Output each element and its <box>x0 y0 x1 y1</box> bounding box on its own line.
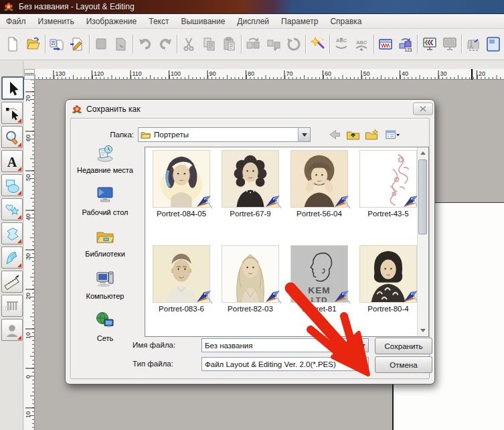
place-label: Библиотеки <box>85 250 125 259</box>
scroll-up-icon[interactable] <box>418 148 428 158</box>
redo-icon <box>156 33 175 55</box>
write-machine-icon <box>464 33 483 55</box>
new-folder-icon[interactable] <box>363 127 380 142</box>
tool-stitch-attributes-icon[interactable] <box>1 295 23 317</box>
toolbar-separator <box>417 35 418 54</box>
svg-text:30: 30 <box>440 70 447 77</box>
file-item[interactable]: Portret-67-9 <box>218 150 282 218</box>
file-thumbnail[interactable] <box>153 245 210 303</box>
stitch-view-icon[interactable] <box>376 33 395 55</box>
dialog-flower-icon <box>72 104 82 114</box>
file-name: Portret-084-05 <box>149 210 214 218</box>
tool-select-icon[interactable] <box>1 76 24 100</box>
file-item[interactable]: Portret-80-4 <box>356 245 420 313</box>
place-recent-places[interactable]: Недавние места <box>77 143 133 175</box>
file-thumbnail[interactable] <box>359 150 417 208</box>
file-thumbnail[interactable] <box>153 150 210 208</box>
text-arc-up-icon: ABC <box>352 33 371 55</box>
toolbar-separator <box>45 35 46 54</box>
file-list[interactable]: Portret-084-05Portret-67-9Portret-56-04P… <box>145 147 429 337</box>
toolbar-separator <box>177 35 177 54</box>
tool-star-shapes-icon[interactable] <box>1 198 23 220</box>
memory-card-icon[interactable] <box>485 33 503 55</box>
file-item[interactable]: Portret-083-6 <box>149 245 214 313</box>
design-wizard-icon[interactable] <box>68 33 86 55</box>
place-computer[interactable]: Компьютер <box>86 269 124 301</box>
place-desktop[interactable]: Рабочий стол <box>82 185 128 217</box>
svg-text:80: 80 <box>248 70 254 77</box>
tool-manual-punch-icon[interactable] <box>1 246 23 269</box>
computer-icon <box>95 269 115 290</box>
svg-text:KEM: KEM <box>308 285 330 295</box>
file-item[interactable]: Portret-43-5 <box>356 150 420 218</box>
menu-файл[interactable]: Файл <box>0 15 32 27</box>
close-icon[interactable] <box>413 102 433 115</box>
toolbar-separator <box>133 35 133 54</box>
file-item[interactable]: Portret-82-03 <box>218 245 282 313</box>
recent-places-icon <box>95 143 115 164</box>
folder-combo[interactable]: Портреты <box>138 127 311 142</box>
svg-text:20: 20 <box>25 293 31 299</box>
cancel-button[interactable]: Отмена <box>375 356 432 373</box>
realistic-view-icon[interactable] <box>420 33 438 55</box>
chevron-down-icon[interactable] <box>298 128 310 141</box>
file-thumbnail[interactable] <box>222 245 279 303</box>
file-item[interactable]: Portret-084-05 <box>149 150 214 218</box>
place-libraries[interactable]: Библиотеки <box>85 226 125 259</box>
place-label: Рабочий стол <box>82 208 128 217</box>
menu-дисплей[interactable]: Дисплей <box>231 15 275 27</box>
image-wizard-icon[interactable] <box>308 33 327 55</box>
dialog-title-bar[interactable]: Сохранить как <box>66 100 434 118</box>
refresh-icon <box>284 33 303 55</box>
menu-изменить[interactable]: Изменить <box>32 15 80 27</box>
filetype-combo[interactable]: Файл Layout & Editing Ver. 2.0(*.PES) <box>201 357 369 371</box>
scrollbar-thumb[interactable] <box>418 159 427 234</box>
toolbar-separator <box>373 35 374 54</box>
file-item[interactable]: Portret-56-04 <box>287 150 351 218</box>
chevron-down-icon[interactable] <box>356 358 368 370</box>
menu-изображение[interactable]: Изображение <box>80 15 143 27</box>
menu-вышивание[interactable]: Вышивание <box>175 15 231 27</box>
tool-outline-shape-icon[interactable] <box>1 222 23 244</box>
up-folder-icon[interactable] <box>344 127 361 142</box>
file-thumbnail[interactable] <box>290 150 348 208</box>
filename-combo[interactable]: Без названия <box>201 338 369 352</box>
tool-measure-icon[interactable] <box>1 271 23 293</box>
svg-text:130: 130 <box>56 70 66 77</box>
tool-basic-shapes-icon[interactable] <box>1 174 23 196</box>
svg-text:0: 0 <box>25 375 31 378</box>
file-thumbnail[interactable] <box>222 150 279 208</box>
import-design-icon[interactable] <box>48 33 66 55</box>
filetype-label: Тип файла: <box>133 360 173 368</box>
menu-bar: ФайлИзменитьИзображениеТекстВышиваниеДис… <box>0 14 504 29</box>
filename-value[interactable]: Без названия <box>202 342 356 350</box>
tool-text-icon[interactable]: A <box>1 150 23 172</box>
svg-text:70: 70 <box>25 95 31 102</box>
place-network[interactable]: Сеть <box>95 311 115 343</box>
new-document-icon[interactable] <box>3 33 22 55</box>
open-file-icon[interactable] <box>23 33 42 55</box>
menu-справка[interactable]: Справка <box>324 15 367 27</box>
file-list-scrollbar[interactable] <box>417 147 428 336</box>
scroll-down-icon[interactable] <box>418 326 428 336</box>
tool-palette: A <box>0 61 23 430</box>
toolbar-separator <box>241 35 242 54</box>
chevron-down-icon[interactable] <box>356 339 368 352</box>
filetype-value[interactable]: Файл Layout & Editing Ver. 2.0(*.PES) <box>202 360 356 368</box>
tool-portrait-icon[interactable] <box>1 319 23 341</box>
copy-icon <box>200 33 219 55</box>
folder-value: Портреты <box>151 131 298 139</box>
sew-order-icon[interactable]: 123 <box>396 33 415 55</box>
title-bar[interactable]: Без названия - Layout & Editing <box>0 0 504 14</box>
file-item[interactable]: KEMLTDPortret-81 <box>287 245 351 313</box>
menu-параметр[interactable]: Параметр <box>275 15 324 27</box>
view-menu-icon[interactable] <box>382 127 404 142</box>
tool-point-edit-icon[interactable] <box>1 102 23 124</box>
tool-zoom-icon[interactable] <box>1 126 23 148</box>
save-button[interactable]: Сохранить <box>375 338 432 354</box>
desktop-icon <box>95 185 115 206</box>
file-thumbnail[interactable] <box>359 245 417 303</box>
file-thumbnail[interactable]: KEMLTD <box>290 245 348 303</box>
folder-label: Папка: <box>92 131 134 139</box>
menu-текст[interactable]: Текст <box>143 15 175 27</box>
